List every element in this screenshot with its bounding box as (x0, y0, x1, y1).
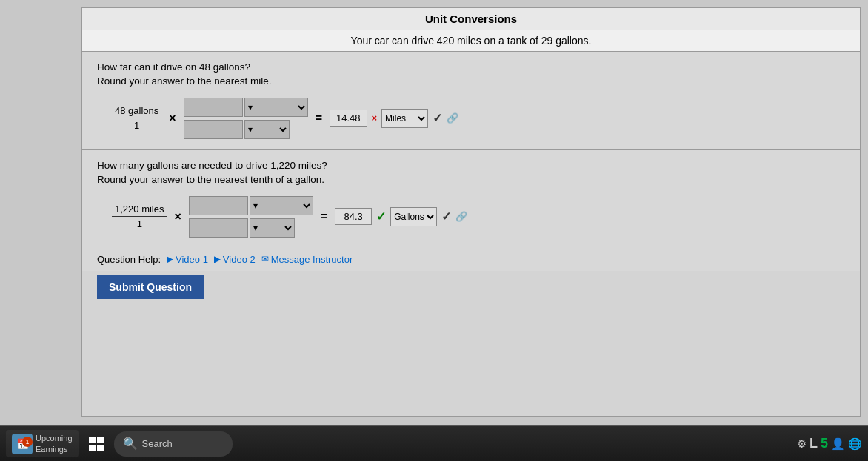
section2: How many gallons are needed to drive 1,2… (82, 150, 860, 248)
play2-icon: ▶ (214, 254, 221, 264)
tray-icon-5[interactable]: 5 (821, 436, 828, 451)
section2-fraction-num: 1,220 miles (112, 203, 167, 217)
section1-dropdown-bot[interactable]: ▾ gallons miles (244, 120, 290, 139)
section1-fraction-den: 1 (131, 118, 142, 131)
section1-fraction: 48 gallons 1 (112, 105, 161, 131)
upcoming-text: Upcoming Earnings (36, 433, 73, 454)
problem-text: Your car can drive 420 miles on a tank o… (351, 35, 592, 47)
tray-icon-1[interactable]: ⚙ (797, 437, 807, 451)
section2-equals: = (321, 210, 327, 223)
section2-result-box: 84.3 ✓ Gallons Miles ✓ 🔗 (335, 207, 467, 226)
video1-label: Video 1 (176, 254, 208, 265)
section1-input-top[interactable] (184, 98, 243, 117)
message-label: Message Instructor (271, 254, 353, 265)
section1-result-value: 14.48 (330, 110, 367, 127)
message-instructor-link[interactable]: ✉ Message Instructor (261, 254, 353, 265)
play1-icon: ▶ (167, 254, 173, 264)
section1-result-box: 14.48 × Miles Gallons ✓ 🔗 (330, 109, 458, 128)
video2-label: Video 2 (223, 254, 256, 265)
section2-input-top[interactable] (189, 196, 248, 215)
section1-q1: How far can it drive on 48 gallons? (97, 61, 250, 73)
search-text: Search (142, 438, 173, 449)
envelope-icon: ✉ (261, 254, 269, 264)
tray-icon-l[interactable]: L (809, 436, 818, 451)
submit-button[interactable]: Submit Question (97, 275, 204, 299)
question-help-bar: Question Help: ▶ Video 1 ▶ Video 2 ✉ Mes… (82, 248, 860, 271)
upcoming-app[interactable]: 1 📅 Upcoming Earnings (6, 430, 79, 457)
earnings-label: Earnings (36, 444, 73, 454)
section1-input-bot[interactable] (184, 120, 243, 139)
section1-q2: Round your answer to the nearest mile. (97, 75, 272, 87)
windows-icon (89, 437, 104, 451)
section1-fraction-row: 48 gallons 1 × ▾ miles/gallon gallons/mi… (112, 98, 845, 139)
section2-unit-select[interactable]: Gallons Miles (390, 207, 437, 226)
section1-equals: = (316, 112, 322, 125)
section2-times: × (174, 210, 181, 223)
upcoming-label: Upcoming (36, 433, 73, 443)
question-help-label: Question Help: (97, 254, 161, 265)
section2-dropdown-bot[interactable]: ▾ miles gallons (250, 218, 295, 238)
page-title: Unit Conversions (425, 13, 517, 25)
taskbar: 1 📅 Upcoming Earnings 🔍 Search ⚙ L 5 👤 🌐 (0, 425, 868, 461)
section2-result-value: 84.3 (335, 208, 372, 225)
start-button[interactable] (81, 429, 111, 459)
section1-conv-select-bot: ▾ gallons miles (184, 120, 308, 139)
section2-link-icon[interactable]: 🔗 (455, 211, 467, 222)
section1-result-x: × (372, 112, 378, 124)
section2-q2: Round your answer to the nearest tenth o… (97, 174, 324, 185)
section2-fraction-row: 1,220 miles 1 × ▾ gallons/mile miles/gal… (112, 196, 845, 238)
section1-question: How far can it drive on 48 gallons? Roun… (97, 61, 845, 89)
section2-checkmark: ✓ (376, 209, 386, 223)
main-content: Unit Conversions Your car can drive 420 … (81, 7, 861, 417)
section1-dropdown-top[interactable]: ▾ miles/gallon gallons/mile (244, 98, 308, 117)
section2-fraction-den: 1 (134, 217, 145, 229)
search-bar[interactable]: 🔍 Search (114, 431, 233, 457)
video2-link[interactable]: ▶ Video 2 (214, 254, 256, 265)
section2-input-bot[interactable] (189, 218, 248, 238)
tray-icon-teams[interactable]: 👤 (831, 437, 845, 451)
notification-badge: 1 (22, 437, 33, 447)
section1-link-icon[interactable]: 🔗 (447, 112, 458, 124)
section2-q1: How many gallons are needed to drive 1,2… (97, 160, 327, 171)
tray-icon-edge[interactable]: 🌐 (848, 437, 862, 451)
section2-check-icon[interactable]: ✓ (441, 209, 451, 223)
system-tray: ⚙ L 5 👤 🌐 (797, 436, 862, 451)
section2-stacked-selects: ▾ gallons/mile miles/gallon ▾ miles gall… (189, 196, 313, 238)
section1: How far can it drive on 48 gallons? Roun… (82, 52, 860, 150)
section2-question: How many gallons are needed to drive 1,2… (97, 159, 845, 187)
tray-icons: ⚙ L 5 👤 🌐 (797, 436, 862, 451)
section1-unit-select[interactable]: Miles Gallons (381, 109, 428, 128)
section2-conv-select-bot: ▾ miles gallons (189, 218, 313, 238)
section2-fraction: 1,220 miles 1 (112, 203, 167, 229)
section1-stacked-selects: ▾ miles/gallon gallons/mile ▾ gallons mi… (184, 98, 308, 139)
section1-check-icon[interactable]: ✓ (433, 111, 442, 125)
section2-dropdown-top[interactable]: ▾ gallons/mile miles/gallon (250, 196, 313, 215)
video1-link[interactable]: ▶ Video 1 (167, 254, 208, 265)
section1-fraction-num: 48 gallons (112, 105, 161, 118)
section1-conv-select-top: ▾ miles/gallon gallons/mile (184, 98, 308, 117)
problem-statement: Your car can drive 420 miles on a tank o… (82, 30, 860, 52)
title-bar: Unit Conversions (82, 8, 860, 30)
section1-times: × (169, 112, 176, 125)
section2-conv-select-top: ▾ gallons/mile miles/gallon (189, 196, 313, 215)
search-icon: 🔍 (123, 437, 138, 451)
